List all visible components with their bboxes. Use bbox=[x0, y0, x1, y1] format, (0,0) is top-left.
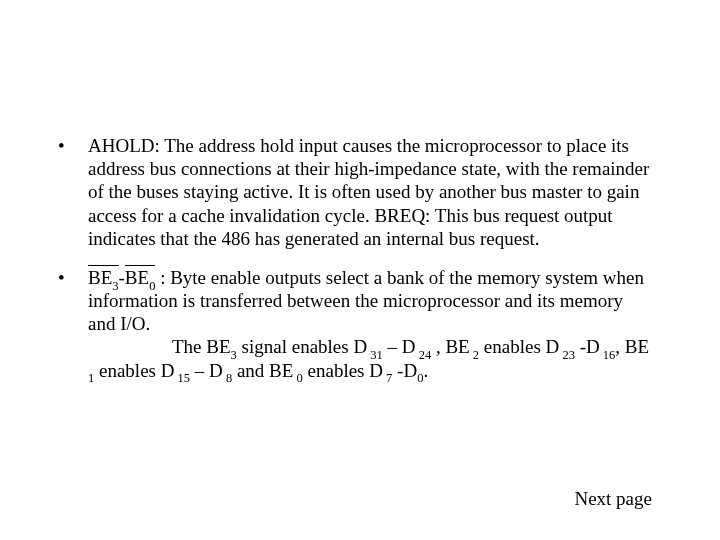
be-rest1: : Byte enable outputs select a bank of t… bbox=[88, 267, 644, 334]
bullet-be: BE3-BE0 : Byte enable outputs select a b… bbox=[56, 266, 652, 382]
l2-a: signal enables D bbox=[237, 336, 367, 357]
l3-e: and BE bbox=[232, 360, 293, 381]
l2-c: , BE bbox=[431, 336, 470, 357]
l2-pre: The BE bbox=[172, 336, 231, 357]
l3-s2: 1 bbox=[88, 371, 94, 385]
l2-d: enables D bbox=[479, 336, 559, 357]
bullet-list: AHOLD: The address hold input causes the… bbox=[56, 134, 652, 388]
l3-c: enables D bbox=[94, 360, 174, 381]
l2-s5: 23 bbox=[559, 348, 575, 362]
l3-d: – D bbox=[190, 360, 223, 381]
l2-s1: 3 bbox=[231, 348, 237, 362]
be0-sub: 0 bbox=[149, 279, 155, 293]
l2-s3: 24 bbox=[416, 348, 432, 362]
next-page-link[interactable]: Next page bbox=[574, 487, 652, 510]
overbar-spacer bbox=[88, 250, 652, 260]
l3-f: enables D bbox=[303, 360, 383, 381]
l3-s7: 0 bbox=[417, 371, 423, 385]
l3-s5: 0 bbox=[293, 371, 302, 385]
l3-b: , BE bbox=[615, 336, 649, 357]
be3-sub: 3 bbox=[112, 279, 118, 293]
l3-s1: 16 bbox=[600, 348, 616, 362]
next-page-text: Next page bbox=[574, 488, 652, 509]
l2-s4: 2 bbox=[470, 348, 479, 362]
be0-signal: BE0 bbox=[125, 266, 156, 289]
be3-signal: BE3 bbox=[88, 266, 119, 289]
be3-sig-text: BE bbox=[88, 267, 112, 288]
l3-h: . bbox=[423, 360, 428, 381]
be0-sig-text: BE bbox=[125, 267, 149, 288]
l3-s4: 8 bbox=[223, 371, 232, 385]
l3-g: -D bbox=[392, 360, 417, 381]
l2-s2: 31 bbox=[367, 348, 383, 362]
l2-b: – D bbox=[383, 336, 416, 357]
bullet-ahold: AHOLD: The address hold input causes the… bbox=[56, 134, 652, 260]
slide: AHOLD: The address hold input causes the… bbox=[0, 0, 720, 540]
ahold-text: AHOLD: The address hold input causes the… bbox=[88, 135, 649, 249]
l3-s6: 7 bbox=[383, 371, 392, 385]
l3-s3: 15 bbox=[174, 371, 190, 385]
l3-a: -D bbox=[575, 336, 600, 357]
